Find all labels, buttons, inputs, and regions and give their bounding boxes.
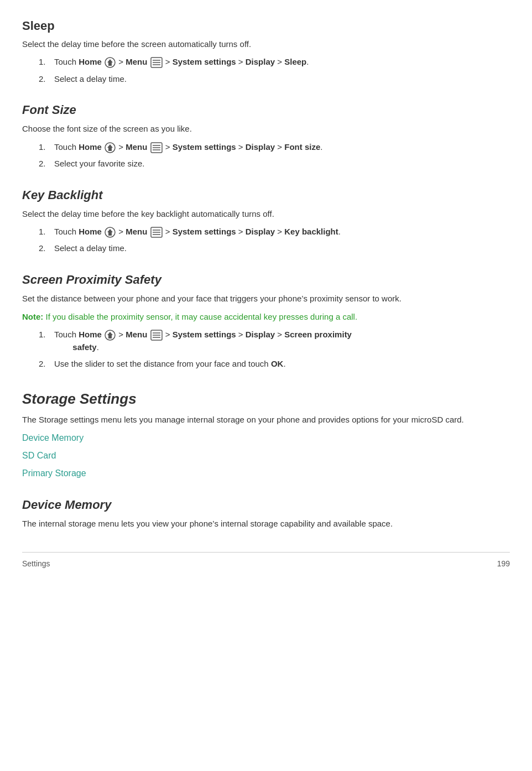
svg-marker-13 [107,229,113,236]
sleep-step2-text: Select a delay time. [54,73,510,86]
font-size-desc: Choose the font size of the screen as yo… [22,122,510,135]
key-backlight-title: Key Backlight [22,186,510,204]
sleep-step1-content: Touch Home > Menu > System settings > Di… [54,56,510,69]
storage-settings-title: Storage Settings [22,388,510,410]
fs-step1-content: Touch Home > Menu > System settings > Di… [54,141,510,154]
kb-menu-icon [150,227,163,238]
kb-end: Key backlight [284,227,338,236]
fs-menu-icon [150,142,163,153]
sp-home-icon [105,330,116,341]
fs-home-bold: Home [79,142,102,152]
key-backlight-steps: 1. Touch Home > Menu > System settings >… [39,226,510,255]
sp-step-2: 2. Use the slider to set the distance fr… [39,358,510,371]
sp-step2-num: 2. [39,358,54,371]
storage-settings-desc: The Storage settings menu lets you manag… [22,413,510,426]
fs-home-icon [105,142,116,153]
sleep-steps: 1. Touch Home > Menu > System settings >… [39,56,510,85]
screen-proximity-desc: Set the distance between your phone and … [22,292,510,305]
device-memory-desc: The internal storage menu lets you view … [22,517,510,530]
kb-menu-bold: Menu [126,227,147,236]
fs-menu-bold: Menu [126,142,147,152]
screen-proximity-section: Screen Proximity Safety Set the distance… [22,270,510,371]
fs-end: Font size [284,142,320,152]
font-size-step-1: 1. Touch Home > Menu > System settings >… [39,141,510,154]
device-memory-section: Device Memory The internal storage menu … [22,496,510,530]
sleep-title: Sleep [22,17,510,35]
menu-icon [150,57,163,68]
sp-step1-content: Touch Home > Menu > System settings > Di… [54,329,510,353]
kb-display: Display [246,227,275,236]
sp-ok-bold: OK [271,359,284,368]
font-size-step-2: 2. Select your favorite size. [39,158,510,170]
sp-step-1: 1. Touch Home > Menu > System settings >… [39,329,510,353]
svg-marker-1 [107,59,113,66]
storage-settings-section: Storage Settings The Storage settings me… [22,388,510,480]
fs-step2-text: Select your favorite size. [54,158,510,170]
menu-bold: Menu [126,57,147,66]
home-icon [105,57,116,68]
storage-link-primary-storage[interactable]: Primary Storage [22,467,510,480]
sleep-step1-num: 1. [39,56,54,69]
font-size-steps: 1. Touch Home > Menu > System settings >… [39,141,510,170]
sp-display: Display [246,330,275,339]
sleep-step2-num: 2. [39,73,54,86]
sleep-desc: Select the delay time before the screen … [22,38,510,50]
storage-link-sd-card[interactable]: SD Card [22,449,510,462]
storage-link-device-memory[interactable]: Device Memory [22,431,510,445]
home-bold: Home [79,57,102,66]
font-size-section: Font Size Choose the font size of the sc… [22,101,510,170]
kb-step1-num: 1. [39,226,54,238]
font-size-title: Font Size [22,101,510,119]
screen-proximity-title: Screen Proximity Safety [22,270,510,289]
sleep-step-2: 2. Select a delay time. [39,73,510,86]
screen-proximity-steps: 1. Touch Home > Menu > System settings >… [39,329,510,371]
fs-step1-num: 1. [39,141,54,154]
footer-left: Settings [22,558,50,570]
kb-home-icon [105,227,116,238]
sp-step2-text: Use the slider to set the distance from … [54,358,510,371]
kb-step-1: 1. Touch Home > Menu > System settings >… [39,226,510,238]
kb-home-bold: Home [79,227,102,236]
footer-right: 199 [497,558,510,570]
fs-path: System settings [173,142,236,152]
device-memory-title: Device Memory [22,496,510,514]
footer-bar: Settings 199 [22,552,510,570]
svg-marker-7 [107,144,113,151]
note-text: If you disable the proximity sensor, it … [43,312,357,321]
sleep-step-1: 1. Touch Home > Menu > System settings >… [39,56,510,69]
key-backlight-desc: Select the delay time before the key bac… [22,207,510,220]
kb-step2-num: 2. [39,242,54,255]
svg-marker-19 [107,332,113,338]
key-backlight-section: Key Backlight Select the delay time befo… [22,186,510,255]
sp-path: System settings [173,330,236,339]
sp-step1-num: 1. [39,329,54,341]
kb-step1-content: Touch Home > Menu > System settings > Di… [54,226,510,238]
sleep-end: Sleep [284,57,306,66]
kb-step2-text: Select a delay time. [54,242,510,255]
sp-menu-icon [150,330,163,341]
note-line: Note: If you disable the proximity senso… [22,310,510,323]
sp-home-bold: Home [79,330,102,339]
sp-menu-bold: Menu [126,330,147,339]
kb-step-2: 2. Select a delay time. [39,242,510,255]
fs-display: Display [246,142,275,152]
sleep-path: System settings [173,57,236,66]
sleep-display: Display [246,57,275,66]
sleep-section: Sleep Select the delay time before the s… [22,17,510,85]
note-label: Note: [22,312,43,321]
fs-step2-num: 2. [39,158,54,170]
kb-path: System settings [173,227,236,236]
